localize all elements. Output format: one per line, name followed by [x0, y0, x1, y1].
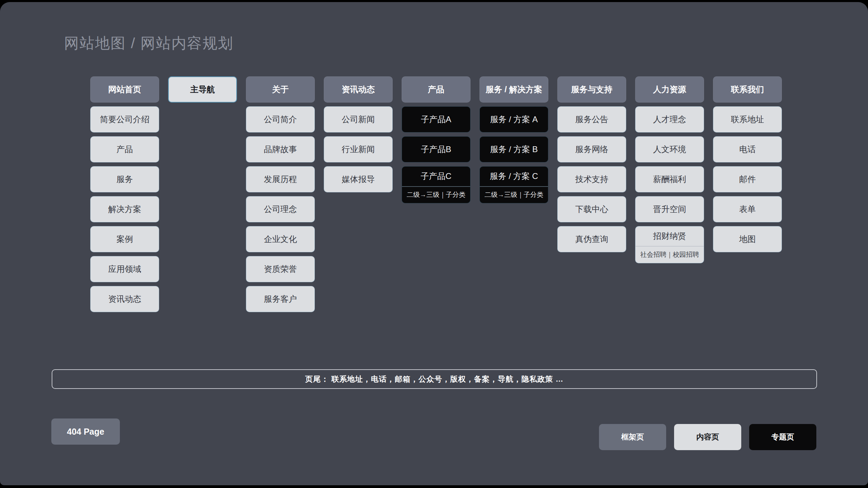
sitemap-node[interactable]: 企业文化 [246, 226, 315, 252]
sitemap-column-8: 人力资源人才理念人文环境薪酬福利晋升空间招财纳贤社会招聘｜校园招聘 [635, 76, 704, 263]
node-label: 服务 / 方案 B [490, 145, 538, 155]
page-404-button[interactable]: 404 Page [51, 418, 120, 445]
node-label: 下载中心 [575, 204, 608, 214]
node-label: 简要公司介绍 [100, 115, 149, 125]
sitemap-column-9: 联系我们联系地址电话邮件表单地图 [713, 76, 782, 252]
node-label: 地图 [739, 234, 756, 244]
sitemap-node[interactable]: 公司理念 [246, 196, 315, 222]
sitemap-node[interactable]: 联系地址 [713, 106, 782, 132]
node-label: 表单 [739, 204, 756, 214]
sitemap-node[interactable]: 地图 [713, 226, 782, 252]
column-header-node[interactable]: 主导航 [168, 76, 237, 103]
sitemap-node[interactable]: 晋升空间 [635, 196, 704, 222]
node-label: 服务 [116, 174, 133, 184]
node-label: 薪酬福利 [653, 174, 686, 184]
sitemap-node[interactable]: 子产品A [402, 106, 471, 132]
footer-bar[interactable]: 页尾： 联系地址，电话，邮箱，公众号，版权，备案，导航，隐私政策 … [52, 369, 817, 389]
sitemap-node[interactable]: 子产品C二级→三级｜子分类 [402, 166, 471, 203]
sitemap-node[interactable]: 行业新闻 [324, 136, 393, 162]
sitemap-column-7: 服务与支持服务公告服务网络技术支持下载中心真伪查询 [557, 76, 626, 252]
node-label: 行业新闻 [342, 145, 375, 155]
sitemap-column-2: 主导航 [168, 76, 237, 103]
node-label: 子产品C [402, 167, 470, 186]
sitemap-node[interactable]: 下载中心 [557, 196, 626, 222]
sitemap-node[interactable]: 品牌故事 [246, 136, 315, 162]
column-header-node[interactable]: 资讯动态 [324, 76, 393, 103]
sitemap-node[interactable]: 服务 / 方案 A [479, 106, 548, 132]
legend-content-page-button[interactable]: 内容页 [674, 424, 741, 450]
sitemap-node[interactable]: 人文环境 [635, 136, 704, 162]
node-label: 资质荣誉 [264, 264, 297, 274]
node-sublabel: 二级→三级｜子分类 [480, 186, 548, 203]
column-header-node[interactable]: 服务与支持 [557, 76, 626, 103]
node-label: 媒体报导 [342, 174, 375, 184]
sitemap-node[interactable]: 媒体报导 [324, 166, 393, 192]
sitemap-node[interactable]: 服务 / 方案 C二级→三级｜子分类 [479, 166, 548, 203]
page-title: 网站地图 / 网站内容规划 [64, 33, 234, 53]
column-header-node[interactable]: 人力资源 [635, 76, 704, 103]
sitemap-node[interactable]: 解决方案 [90, 196, 159, 222]
sitemap-column-5: 产品子产品A子产品B子产品C二级→三级｜子分类 [402, 76, 471, 203]
sitemap-node[interactable]: 招财纳贤社会招聘｜校园招聘 [635, 226, 704, 263]
node-label: 产品 [116, 145, 133, 155]
node-label: 解决方案 [108, 204, 141, 214]
node-label: 服务 / 方案 A [490, 115, 538, 125]
node-label: 招财纳贤 [636, 226, 704, 246]
sitemap-node[interactable]: 表单 [713, 196, 782, 222]
node-label: 人才理念 [653, 115, 686, 125]
node-label: 服务网络 [575, 145, 608, 155]
sitemap-node[interactable]: 服务网络 [557, 136, 626, 162]
legend-frame-page-button[interactable]: 框架页 [599, 424, 666, 450]
sitemap-node[interactable]: 应用领域 [90, 256, 159, 282]
sitemap-column-3: 关于公司简介品牌故事发展历程公司理念企业文化资质荣誉服务客户 [246, 76, 315, 312]
column-header-node[interactable]: 联系我们 [713, 76, 782, 103]
sitemap-node[interactable]: 资讯动态 [90, 286, 159, 312]
column-header-node[interactable]: 关于 [246, 76, 315, 103]
sitemap-column-4: 资讯动态公司新闻行业新闻媒体报导 [324, 76, 393, 192]
node-label: 应用领域 [108, 264, 141, 274]
sitemap-node[interactable]: 公司简介 [246, 106, 315, 132]
sitemap-node[interactable]: 服务公告 [557, 106, 626, 132]
sitemap-node[interactable]: 产品 [90, 136, 159, 162]
sitemap-node[interactable]: 薪酬福利 [635, 166, 704, 192]
node-sublabel: 社会招聘｜校园招聘 [636, 246, 704, 263]
sitemap-node[interactable]: 资质荣誉 [246, 256, 315, 282]
node-label: 服务 / 方案 C [480, 167, 548, 186]
sitemap-node[interactable]: 人才理念 [635, 106, 704, 132]
sitemap-column-1: 网站首页简要公司介绍产品服务解决方案案例应用领域资讯动态 [90, 76, 159, 312]
node-label: 资讯动态 [108, 294, 141, 304]
node-label: 服务公告 [575, 115, 608, 125]
sitemap-node[interactable]: 子产品B [402, 136, 471, 162]
canvas-panel: 网站地图 / 网站内容规划 网站首页简要公司介绍产品服务解决方案案例应用领域资讯… [0, 2, 868, 485]
node-label: 公司新闻 [342, 115, 375, 125]
sitemap-node[interactable]: 电话 [713, 136, 782, 162]
node-label: 人文环境 [653, 145, 686, 155]
node-label: 案例 [116, 234, 133, 244]
sitemap-node[interactable]: 简要公司介绍 [90, 106, 159, 132]
legend-special-page-button[interactable]: 专题页 [749, 424, 816, 450]
node-label: 真伪查询 [575, 234, 608, 244]
sitemap-node[interactable]: 案例 [90, 226, 159, 252]
node-sublabel: 二级→三级｜子分类 [402, 186, 470, 203]
column-header-node[interactable]: 服务 / 解决方案 [479, 76, 548, 103]
column-header-node[interactable]: 产品 [402, 76, 471, 103]
node-label: 邮件 [739, 174, 756, 184]
sitemap-node[interactable]: 公司新闻 [324, 106, 393, 132]
node-label: 公司理念 [264, 204, 297, 214]
sitemap-node[interactable]: 真伪查询 [557, 226, 626, 252]
node-label: 发展历程 [264, 174, 297, 184]
sitemap-node[interactable]: 发展历程 [246, 166, 315, 192]
node-label: 企业文化 [264, 234, 297, 244]
sitemap-node[interactable]: 服务 / 方案 B [479, 136, 548, 162]
sitemap-node[interactable]: 邮件 [713, 166, 782, 192]
sitemap-node[interactable]: 服务客户 [246, 286, 315, 312]
node-label: 品牌故事 [264, 145, 297, 155]
node-label: 子产品B [421, 145, 451, 155]
node-label: 服务客户 [264, 294, 297, 304]
column-header-node[interactable]: 网站首页 [90, 76, 159, 103]
footer-text: 页尾： 联系地址，电话，邮箱，公众号，版权，备案，导航，隐私政策 … [305, 374, 564, 384]
node-label: 技术支持 [575, 174, 608, 184]
sitemap-node[interactable]: 服务 [90, 166, 159, 192]
sitemap-column-6: 服务 / 解决方案服务 / 方案 A服务 / 方案 B服务 / 方案 C二级→三… [479, 76, 548, 203]
sitemap-node[interactable]: 技术支持 [557, 166, 626, 192]
